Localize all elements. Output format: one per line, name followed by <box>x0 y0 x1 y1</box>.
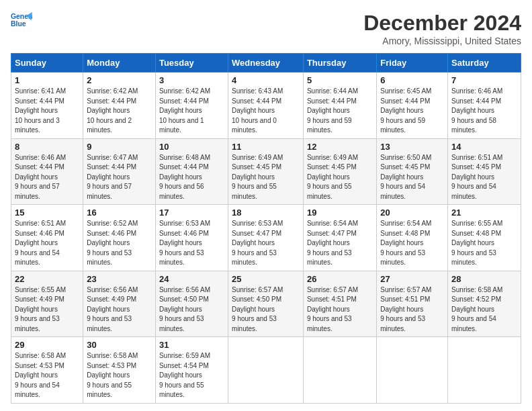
day-number: 11 <box>232 142 300 152</box>
day-number: 31 <box>159 340 224 350</box>
day-number: 24 <box>159 274 224 284</box>
day-number: 30 <box>87 340 152 350</box>
column-header-saturday: Saturday <box>448 54 521 73</box>
day-cell <box>303 337 376 404</box>
day-number: 5 <box>307 75 373 85</box>
day-cell: 14Sunrise: 6:51 AMSunset: 4:45 PMDayligh… <box>448 138 521 205</box>
day-number: 29 <box>15 340 79 350</box>
day-info: Sunrise: 6:48 AMSunset: 4:44 PMDaylight … <box>159 153 224 202</box>
calendar-body: 1Sunrise: 6:41 AMSunset: 4:44 PMDaylight… <box>11 73 521 404</box>
column-header-thursday: Thursday <box>303 54 376 73</box>
day-cell: 18Sunrise: 6:53 AMSunset: 4:47 PMDayligh… <box>228 205 304 271</box>
column-header-wednesday: Wednesday <box>228 54 304 73</box>
day-cell: 12Sunrise: 6:49 AMSunset: 4:45 PMDayligh… <box>303 138 376 205</box>
day-cell: 1Sunrise: 6:41 AMSunset: 4:44 PMDaylight… <box>11 73 83 139</box>
column-header-friday: Friday <box>377 54 448 73</box>
day-cell: 2Sunrise: 6:42 AMSunset: 4:44 PMDaylight… <box>83 73 156 139</box>
day-cell: 31Sunrise: 6:59 AMSunset: 4:54 PMDayligh… <box>155 337 228 404</box>
day-cell: 23Sunrise: 6:56 AMSunset: 4:49 PMDayligh… <box>83 271 156 337</box>
day-number: 26 <box>307 274 373 284</box>
day-cell: 22Sunrise: 6:55 AMSunset: 4:49 PMDayligh… <box>11 271 83 337</box>
calendar-table: SundayMondayTuesdayWednesdayThursdayFrid… <box>11 53 521 404</box>
day-info: Sunrise: 6:57 AMSunset: 4:50 PMDaylight … <box>232 285 300 334</box>
day-number: 14 <box>451 142 517 152</box>
day-cell: 15Sunrise: 6:51 AMSunset: 4:46 PMDayligh… <box>11 205 83 271</box>
day-number: 9 <box>87 142 152 152</box>
day-info: Sunrise: 6:55 AMSunset: 4:48 PMDaylight … <box>451 219 517 268</box>
day-number: 15 <box>15 208 79 218</box>
day-cell: 20Sunrise: 6:54 AMSunset: 4:48 PMDayligh… <box>377 205 448 271</box>
day-cell: 4Sunrise: 6:43 AMSunset: 4:44 PMDaylight… <box>228 73 304 139</box>
day-number: 1 <box>15 75 79 85</box>
day-info: Sunrise: 6:47 AMSunset: 4:44 PMDaylight … <box>87 153 152 202</box>
day-info: Sunrise: 6:56 AMSunset: 4:49 PMDaylight … <box>87 285 152 334</box>
day-cell: 25Sunrise: 6:57 AMSunset: 4:50 PMDayligh… <box>228 271 304 337</box>
week-row-5: 29Sunrise: 6:58 AMSunset: 4:53 PMDayligh… <box>11 337 521 404</box>
day-info: Sunrise: 6:51 AMSunset: 4:46 PMDaylight … <box>15 219 79 268</box>
day-info: Sunrise: 6:41 AMSunset: 4:44 PMDaylight … <box>15 87 79 136</box>
week-row-1: 1Sunrise: 6:41 AMSunset: 4:44 PMDaylight… <box>11 73 521 139</box>
day-info: Sunrise: 6:54 AMSunset: 4:48 PMDaylight … <box>380 219 444 268</box>
day-cell: 30Sunrise: 6:58 AMSunset: 4:53 PMDayligh… <box>83 337 156 404</box>
day-info: Sunrise: 6:49 AMSunset: 4:45 PMDaylight … <box>307 153 373 202</box>
day-cell: 26Sunrise: 6:57 AMSunset: 4:51 PMDayligh… <box>303 271 376 337</box>
logo: General Blue <box>11 11 32 30</box>
column-header-monday: Monday <box>83 54 156 73</box>
day-cell: 16Sunrise: 6:52 AMSunset: 4:46 PMDayligh… <box>83 205 156 271</box>
day-info: Sunrise: 6:42 AMSunset: 4:44 PMDaylight … <box>87 87 152 136</box>
week-row-4: 22Sunrise: 6:55 AMSunset: 4:49 PMDayligh… <box>11 271 521 337</box>
day-cell: 17Sunrise: 6:53 AMSunset: 4:46 PMDayligh… <box>155 205 228 271</box>
day-cell: 9Sunrise: 6:47 AMSunset: 4:44 PMDaylight… <box>83 138 156 205</box>
day-number: 19 <box>307 208 373 218</box>
day-number: 10 <box>159 142 224 152</box>
day-info: Sunrise: 6:53 AMSunset: 4:47 PMDaylight … <box>232 219 300 268</box>
day-info: Sunrise: 6:58 AMSunset: 4:53 PMDaylight … <box>15 351 79 400</box>
day-number: 21 <box>451 208 517 218</box>
day-info: Sunrise: 6:57 AMSunset: 4:51 PMDaylight … <box>380 285 444 334</box>
day-number: 17 <box>159 208 224 218</box>
day-cell: 11Sunrise: 6:49 AMSunset: 4:45 PMDayligh… <box>228 138 304 205</box>
day-number: 28 <box>451 274 517 284</box>
day-info: Sunrise: 6:58 AMSunset: 4:52 PMDaylight … <box>451 285 517 334</box>
day-number: 8 <box>15 142 79 152</box>
day-info: Sunrise: 6:56 AMSunset: 4:50 PMDaylight … <box>159 285 224 334</box>
day-number: 25 <box>232 274 300 284</box>
day-number: 22 <box>15 274 79 284</box>
day-cell: 21Sunrise: 6:55 AMSunset: 4:48 PMDayligh… <box>448 205 521 271</box>
day-info: Sunrise: 6:44 AMSunset: 4:44 PMDaylight … <box>307 87 373 136</box>
day-cell <box>228 337 304 404</box>
day-info: Sunrise: 6:49 AMSunset: 4:45 PMDaylight … <box>232 153 300 202</box>
day-cell: 13Sunrise: 6:50 AMSunset: 4:45 PMDayligh… <box>377 138 448 205</box>
column-header-sunday: Sunday <box>11 54 83 73</box>
title-block: December 2024 Amory, Mississippi, United… <box>363 11 521 46</box>
month-title: December 2024 <box>363 11 521 36</box>
day-cell: 6Sunrise: 6:45 AMSunset: 4:44 PMDaylight… <box>377 73 448 139</box>
svg-text:Blue: Blue <box>11 20 26 28</box>
day-number: 27 <box>380 274 444 284</box>
day-cell: 10Sunrise: 6:48 AMSunset: 4:44 PMDayligh… <box>155 138 228 205</box>
day-cell <box>377 337 448 404</box>
day-cell: 5Sunrise: 6:44 AMSunset: 4:44 PMDaylight… <box>303 73 376 139</box>
column-header-tuesday: Tuesday <box>155 54 228 73</box>
day-number: 4 <box>232 75 300 85</box>
calendar-header-row: SundayMondayTuesdayWednesdayThursdayFrid… <box>11 54 521 73</box>
day-number: 3 <box>159 75 224 85</box>
day-info: Sunrise: 6:51 AMSunset: 4:45 PMDaylight … <box>451 153 517 202</box>
day-cell: 28Sunrise: 6:58 AMSunset: 4:52 PMDayligh… <box>448 271 521 337</box>
day-number: 18 <box>232 208 300 218</box>
page-header: General Blue December 2024 Amory, Missis… <box>11 11 521 46</box>
day-info: Sunrise: 6:46 AMSunset: 4:44 PMDaylight … <box>451 87 517 136</box>
day-info: Sunrise: 6:45 AMSunset: 4:44 PMDaylight … <box>380 87 444 136</box>
day-info: Sunrise: 6:54 AMSunset: 4:47 PMDaylight … <box>307 219 373 268</box>
day-info: Sunrise: 6:42 AMSunset: 4:44 PMDaylight … <box>159 87 224 136</box>
day-info: Sunrise: 6:53 AMSunset: 4:46 PMDaylight … <box>159 219 224 268</box>
logo-icon: General Blue <box>11 11 32 30</box>
day-number: 13 <box>380 142 444 152</box>
day-cell: 27Sunrise: 6:57 AMSunset: 4:51 PMDayligh… <box>377 271 448 337</box>
day-cell <box>448 337 521 404</box>
week-row-3: 15Sunrise: 6:51 AMSunset: 4:46 PMDayligh… <box>11 205 521 271</box>
day-number: 16 <box>87 208 152 218</box>
day-cell: 29Sunrise: 6:58 AMSunset: 4:53 PMDayligh… <box>11 337 83 404</box>
day-cell: 8Sunrise: 6:46 AMSunset: 4:44 PMDaylight… <box>11 138 83 205</box>
day-number: 7 <box>451 75 517 85</box>
